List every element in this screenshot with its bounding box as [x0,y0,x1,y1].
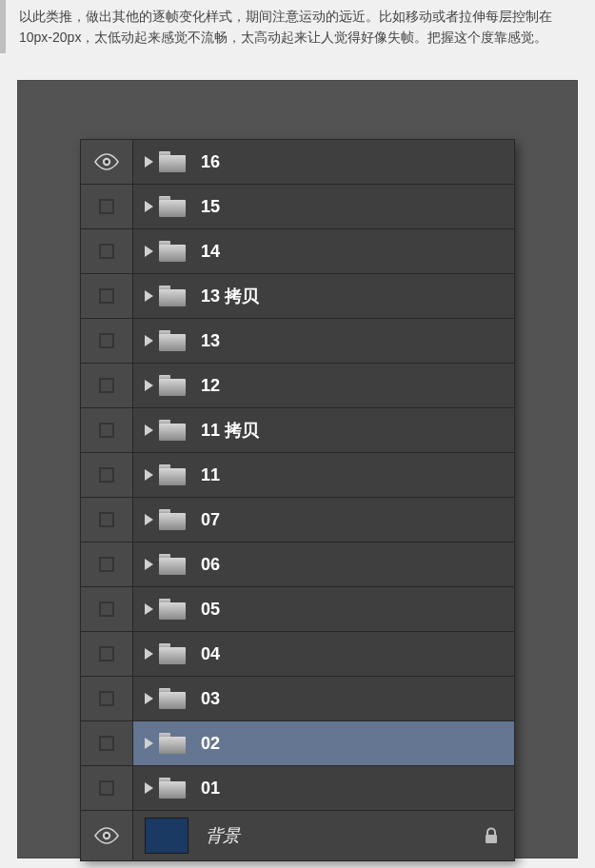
layer-name: 13 [201,331,220,351]
expand-triangle-icon[interactable] [145,648,153,660]
layer-name: 06 [201,555,220,575]
layer-row[interactable]: 01 [80,765,515,810]
layer-name: 14 [201,242,220,262]
layer-row[interactable]: 06 [80,542,515,586]
visibility-toggle[interactable] [80,766,133,810]
screenshot-canvas: 16151413 拷贝131211 拷贝1107060504030201背景 [17,80,578,858]
layer-content[interactable]: 15 [133,185,514,228]
layer-name: 12 [201,376,220,396]
folder-icon [159,241,186,262]
layer-row[interactable]: 02 [80,720,515,765]
layer-content[interactable]: 07 [133,498,514,542]
visibility-empty-icon [99,736,114,751]
svg-rect-4 [486,835,497,843]
visibility-toggle[interactable] [80,185,133,228]
background-layer-content[interactable]: 背景 [133,811,514,860]
instruction-text: 以此类推，做出其他的逐帧变化样式，期间注意运动的远近。比如移动或者拉伸每层控制在… [0,0,595,53]
expand-triangle-icon[interactable] [145,514,153,525]
expand-triangle-icon[interactable] [145,782,153,794]
visibility-empty-icon [99,333,114,348]
visibility-empty-icon [99,467,114,483]
visibility-empty-icon [99,199,114,214]
visibility-empty-icon [99,691,114,706]
visibility-empty-icon [99,602,114,617]
layer-name: 13 拷贝 [201,285,259,307]
expand-triangle-icon[interactable] [145,559,153,570]
visibility-empty-icon [99,512,114,527]
layer-content[interactable]: 06 [133,542,514,586]
layer-content[interactable]: 13 拷贝 [133,274,514,318]
expand-triangle-icon[interactable] [145,290,153,302]
layer-row[interactable]: 04 [80,631,515,676]
layer-content[interactable]: 01 [133,766,514,810]
layer-name: 11 拷贝 [201,419,259,442]
visibility-toggle[interactable] [80,498,133,542]
layer-content[interactable]: 16 [133,140,514,184]
layer-content[interactable]: 11 [133,453,514,497]
background-layer-name: 背景 [206,824,240,847]
visibility-toggle[interactable] [80,229,133,273]
layer-row[interactable]: 16 [80,139,515,184]
expand-triangle-icon[interactable] [145,156,153,168]
layer-content[interactable]: 13 [133,319,514,363]
visibility-toggle[interactable] [80,632,133,676]
folder-icon [159,733,186,754]
layer-content[interactable]: 02 [133,721,514,765]
layer-row[interactable]: 12 [80,363,515,407]
layer-row[interactable]: 15 [80,184,515,228]
expand-triangle-icon[interactable] [145,201,153,212]
lock-icon [484,827,499,844]
svg-point-1 [105,160,109,164]
layers-panel: 16151413 拷贝131211 拷贝1107060504030201背景 [80,139,515,861]
expand-triangle-icon[interactable] [145,693,153,704]
layer-name: 05 [201,600,220,620]
visibility-toggle[interactable] [80,587,133,631]
layer-content[interactable]: 14 [133,229,514,273]
background-layer-row[interactable]: 背景 [80,810,515,861]
expand-triangle-icon[interactable] [145,380,153,391]
visibility-toggle[interactable] [80,677,133,720]
visibility-empty-icon [99,288,114,304]
layer-content[interactable]: 04 [133,632,514,676]
visibility-toggle[interactable] [80,274,133,318]
expand-triangle-icon[interactable] [145,603,153,615]
layer-row[interactable]: 13 [80,318,515,363]
layer-row[interactable]: 07 [80,497,515,542]
svg-point-3 [105,834,109,838]
layer-row[interactable]: 03 [80,676,515,720]
visibility-toggle[interactable] [80,140,133,184]
expand-triangle-icon[interactable] [145,246,153,257]
visibility-empty-icon [99,244,114,259]
layer-row[interactable]: 11 拷贝 [80,407,515,452]
layer-content[interactable]: 03 [133,677,514,720]
folder-icon [159,643,186,664]
visibility-toggle[interactable] [80,319,133,363]
layer-row[interactable]: 14 [80,228,515,273]
visibility-empty-icon [99,646,114,661]
folder-icon [159,554,186,575]
expand-triangle-icon[interactable] [145,335,153,346]
layer-name: 04 [201,644,220,664]
visibility-toggle[interactable] [80,721,133,765]
layer-content[interactable]: 12 [133,364,514,407]
expand-triangle-icon[interactable] [145,469,153,481]
folder-icon [159,420,186,441]
expand-triangle-icon[interactable] [145,738,153,749]
folder-icon [159,286,186,306]
expand-triangle-icon[interactable] [145,424,153,436]
visibility-empty-icon [99,557,114,572]
visibility-toggle[interactable] [80,453,133,497]
visibility-empty-icon [99,780,114,796]
visibility-toggle[interactable] [80,542,133,586]
layer-name: 07 [201,510,220,530]
visibility-toggle[interactable] [80,811,133,860]
visibility-toggle[interactable] [80,364,133,407]
layer-content[interactable]: 11 拷贝 [133,408,514,452]
layer-name: 03 [201,689,220,709]
layer-content[interactable]: 05 [133,587,514,631]
layer-row[interactable]: 13 拷贝 [80,273,515,318]
visibility-empty-icon [99,378,114,393]
layer-row[interactable]: 05 [80,586,515,631]
visibility-toggle[interactable] [80,408,133,452]
layer-row[interactable]: 11 [80,452,515,497]
